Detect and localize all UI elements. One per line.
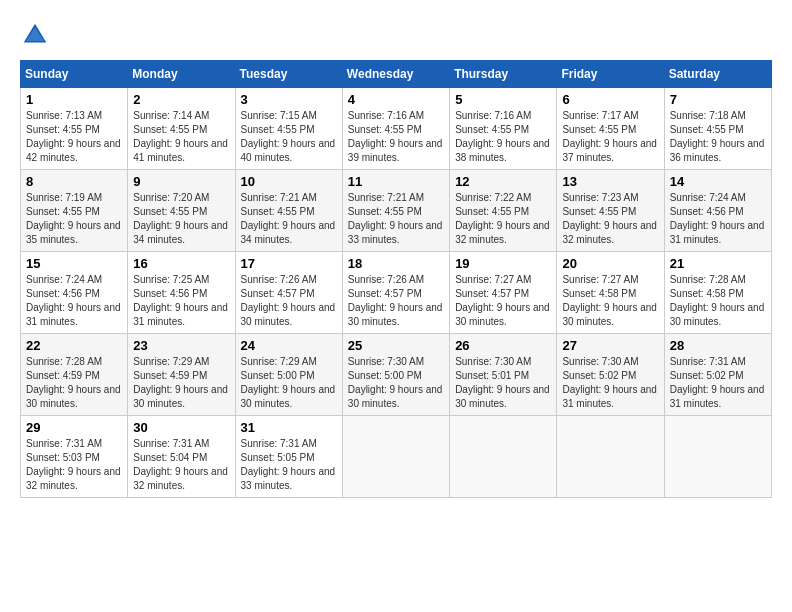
header-cell-saturday: Saturday bbox=[664, 61, 771, 88]
day-info: Sunrise: 7:29 AM Sunset: 5:00 PM Dayligh… bbox=[241, 355, 337, 411]
day-number: 30 bbox=[133, 420, 229, 435]
day-info: Sunrise: 7:18 AM Sunset: 4:55 PM Dayligh… bbox=[670, 109, 766, 165]
day-number: 27 bbox=[562, 338, 658, 353]
day-number: 24 bbox=[241, 338, 337, 353]
calendar-cell: 28 Sunrise: 7:31 AM Sunset: 5:02 PM Dayl… bbox=[664, 334, 771, 416]
calendar-cell: 18 Sunrise: 7:26 AM Sunset: 4:57 PM Dayl… bbox=[342, 252, 449, 334]
day-info: Sunrise: 7:28 AM Sunset: 4:59 PM Dayligh… bbox=[26, 355, 122, 411]
calendar-body: 1 Sunrise: 7:13 AM Sunset: 4:55 PM Dayli… bbox=[21, 88, 772, 498]
day-info: Sunrise: 7:14 AM Sunset: 4:55 PM Dayligh… bbox=[133, 109, 229, 165]
day-number: 11 bbox=[348, 174, 444, 189]
calendar-cell: 3 Sunrise: 7:15 AM Sunset: 4:55 PM Dayli… bbox=[235, 88, 342, 170]
calendar-week-3: 15 Sunrise: 7:24 AM Sunset: 4:56 PM Dayl… bbox=[21, 252, 772, 334]
day-number: 5 bbox=[455, 92, 551, 107]
calendar-cell bbox=[557, 416, 664, 498]
calendar-cell: 7 Sunrise: 7:18 AM Sunset: 4:55 PM Dayli… bbox=[664, 88, 771, 170]
day-info: Sunrise: 7:21 AM Sunset: 4:55 PM Dayligh… bbox=[348, 191, 444, 247]
day-number: 2 bbox=[133, 92, 229, 107]
calendar-cell: 22 Sunrise: 7:28 AM Sunset: 4:59 PM Dayl… bbox=[21, 334, 128, 416]
calendar-cell: 9 Sunrise: 7:20 AM Sunset: 4:55 PM Dayli… bbox=[128, 170, 235, 252]
header-row: SundayMondayTuesdayWednesdayThursdayFrid… bbox=[21, 61, 772, 88]
day-info: Sunrise: 7:19 AM Sunset: 4:55 PM Dayligh… bbox=[26, 191, 122, 247]
calendar-cell: 8 Sunrise: 7:19 AM Sunset: 4:55 PM Dayli… bbox=[21, 170, 128, 252]
day-number: 28 bbox=[670, 338, 766, 353]
day-number: 20 bbox=[562, 256, 658, 271]
calendar-cell: 1 Sunrise: 7:13 AM Sunset: 4:55 PM Dayli… bbox=[21, 88, 128, 170]
day-number: 31 bbox=[241, 420, 337, 435]
day-info: Sunrise: 7:24 AM Sunset: 4:56 PM Dayligh… bbox=[670, 191, 766, 247]
calendar-cell: 27 Sunrise: 7:30 AM Sunset: 5:02 PM Dayl… bbox=[557, 334, 664, 416]
day-info: Sunrise: 7:31 AM Sunset: 5:04 PM Dayligh… bbox=[133, 437, 229, 493]
calendar-cell: 24 Sunrise: 7:29 AM Sunset: 5:00 PM Dayl… bbox=[235, 334, 342, 416]
day-info: Sunrise: 7:26 AM Sunset: 4:57 PM Dayligh… bbox=[241, 273, 337, 329]
day-info: Sunrise: 7:27 AM Sunset: 4:57 PM Dayligh… bbox=[455, 273, 551, 329]
day-number: 26 bbox=[455, 338, 551, 353]
day-info: Sunrise: 7:13 AM Sunset: 4:55 PM Dayligh… bbox=[26, 109, 122, 165]
day-number: 12 bbox=[455, 174, 551, 189]
day-info: Sunrise: 7:25 AM Sunset: 4:56 PM Dayligh… bbox=[133, 273, 229, 329]
day-info: Sunrise: 7:23 AM Sunset: 4:55 PM Dayligh… bbox=[562, 191, 658, 247]
header-cell-friday: Friday bbox=[557, 61, 664, 88]
day-number: 7 bbox=[670, 92, 766, 107]
calendar-cell: 6 Sunrise: 7:17 AM Sunset: 4:55 PM Dayli… bbox=[557, 88, 664, 170]
calendar-cell: 17 Sunrise: 7:26 AM Sunset: 4:57 PM Dayl… bbox=[235, 252, 342, 334]
calendar-cell: 19 Sunrise: 7:27 AM Sunset: 4:57 PM Dayl… bbox=[450, 252, 557, 334]
calendar-week-5: 29 Sunrise: 7:31 AM Sunset: 5:03 PM Dayl… bbox=[21, 416, 772, 498]
calendar-cell: 14 Sunrise: 7:24 AM Sunset: 4:56 PM Dayl… bbox=[664, 170, 771, 252]
day-info: Sunrise: 7:16 AM Sunset: 4:55 PM Dayligh… bbox=[455, 109, 551, 165]
day-info: Sunrise: 7:31 AM Sunset: 5:02 PM Dayligh… bbox=[670, 355, 766, 411]
day-info: Sunrise: 7:26 AM Sunset: 4:57 PM Dayligh… bbox=[348, 273, 444, 329]
calendar-cell: 30 Sunrise: 7:31 AM Sunset: 5:04 PM Dayl… bbox=[128, 416, 235, 498]
day-info: Sunrise: 7:29 AM Sunset: 4:59 PM Dayligh… bbox=[133, 355, 229, 411]
calendar-cell: 13 Sunrise: 7:23 AM Sunset: 4:55 PM Dayl… bbox=[557, 170, 664, 252]
calendar-cell: 16 Sunrise: 7:25 AM Sunset: 4:56 PM Dayl… bbox=[128, 252, 235, 334]
day-number: 13 bbox=[562, 174, 658, 189]
page-header bbox=[20, 20, 772, 50]
day-number: 8 bbox=[26, 174, 122, 189]
calendar-cell: 5 Sunrise: 7:16 AM Sunset: 4:55 PM Dayli… bbox=[450, 88, 557, 170]
day-info: Sunrise: 7:30 AM Sunset: 5:02 PM Dayligh… bbox=[562, 355, 658, 411]
day-info: Sunrise: 7:31 AM Sunset: 5:05 PM Dayligh… bbox=[241, 437, 337, 493]
day-info: Sunrise: 7:17 AM Sunset: 4:55 PM Dayligh… bbox=[562, 109, 658, 165]
day-info: Sunrise: 7:21 AM Sunset: 4:55 PM Dayligh… bbox=[241, 191, 337, 247]
day-number: 3 bbox=[241, 92, 337, 107]
calendar-cell: 15 Sunrise: 7:24 AM Sunset: 4:56 PM Dayl… bbox=[21, 252, 128, 334]
day-number: 1 bbox=[26, 92, 122, 107]
calendar-cell bbox=[342, 416, 449, 498]
day-number: 18 bbox=[348, 256, 444, 271]
logo-icon bbox=[20, 20, 50, 50]
logo bbox=[20, 20, 54, 50]
calendar-cell: 29 Sunrise: 7:31 AM Sunset: 5:03 PM Dayl… bbox=[21, 416, 128, 498]
calendar-cell: 26 Sunrise: 7:30 AM Sunset: 5:01 PM Dayl… bbox=[450, 334, 557, 416]
day-info: Sunrise: 7:27 AM Sunset: 4:58 PM Dayligh… bbox=[562, 273, 658, 329]
calendar-cell: 25 Sunrise: 7:30 AM Sunset: 5:00 PM Dayl… bbox=[342, 334, 449, 416]
day-number: 25 bbox=[348, 338, 444, 353]
calendar-cell bbox=[664, 416, 771, 498]
calendar-cell bbox=[450, 416, 557, 498]
calendar-week-1: 1 Sunrise: 7:13 AM Sunset: 4:55 PM Dayli… bbox=[21, 88, 772, 170]
day-info: Sunrise: 7:24 AM Sunset: 4:56 PM Dayligh… bbox=[26, 273, 122, 329]
day-number: 23 bbox=[133, 338, 229, 353]
day-info: Sunrise: 7:22 AM Sunset: 4:55 PM Dayligh… bbox=[455, 191, 551, 247]
header-cell-monday: Monday bbox=[128, 61, 235, 88]
day-number: 29 bbox=[26, 420, 122, 435]
day-number: 17 bbox=[241, 256, 337, 271]
day-number: 10 bbox=[241, 174, 337, 189]
header-cell-sunday: Sunday bbox=[21, 61, 128, 88]
calendar-cell: 21 Sunrise: 7:28 AM Sunset: 4:58 PM Dayl… bbox=[664, 252, 771, 334]
day-info: Sunrise: 7:16 AM Sunset: 4:55 PM Dayligh… bbox=[348, 109, 444, 165]
header-cell-tuesday: Tuesday bbox=[235, 61, 342, 88]
day-number: 16 bbox=[133, 256, 229, 271]
calendar-cell: 12 Sunrise: 7:22 AM Sunset: 4:55 PM Dayl… bbox=[450, 170, 557, 252]
calendar-week-2: 8 Sunrise: 7:19 AM Sunset: 4:55 PM Dayli… bbox=[21, 170, 772, 252]
day-info: Sunrise: 7:15 AM Sunset: 4:55 PM Dayligh… bbox=[241, 109, 337, 165]
day-number: 9 bbox=[133, 174, 229, 189]
calendar-cell: 20 Sunrise: 7:27 AM Sunset: 4:58 PM Dayl… bbox=[557, 252, 664, 334]
day-info: Sunrise: 7:20 AM Sunset: 4:55 PM Dayligh… bbox=[133, 191, 229, 247]
day-number: 22 bbox=[26, 338, 122, 353]
day-info: Sunrise: 7:30 AM Sunset: 5:01 PM Dayligh… bbox=[455, 355, 551, 411]
calendar-cell: 10 Sunrise: 7:21 AM Sunset: 4:55 PM Dayl… bbox=[235, 170, 342, 252]
day-info: Sunrise: 7:30 AM Sunset: 5:00 PM Dayligh… bbox=[348, 355, 444, 411]
day-number: 19 bbox=[455, 256, 551, 271]
header-cell-thursday: Thursday bbox=[450, 61, 557, 88]
